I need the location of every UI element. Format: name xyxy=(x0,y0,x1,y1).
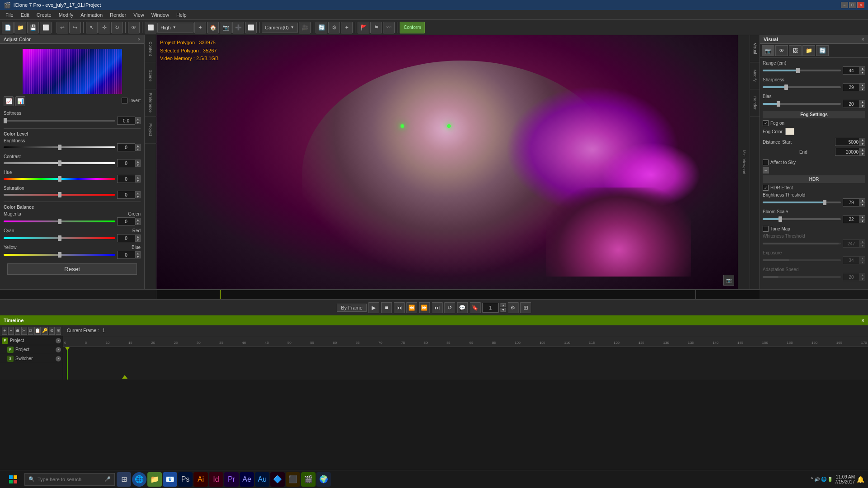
mini-viewport-btn[interactable]: Mini Viewport xyxy=(738,35,750,289)
softness-down[interactable]: ▼ xyxy=(135,121,141,124)
unknown1-icon[interactable]: ⬛ xyxy=(286,472,300,487)
sharpness-slider[interactable] xyxy=(763,86,841,88)
prev-key-button[interactable]: ⏮ xyxy=(394,302,405,313)
saturation-value[interactable]: 0 xyxy=(117,191,135,199)
menu-window[interactable]: Window xyxy=(148,11,173,19)
flag1[interactable]: 🚩 xyxy=(358,22,369,33)
tl-copy[interactable]: ⧉ xyxy=(28,327,33,335)
menu-edit[interactable]: Edit xyxy=(17,11,33,19)
cyan-up[interactable]: ▲ xyxy=(135,235,141,238)
viewport-btn[interactable]: ⬜ xyxy=(145,22,156,33)
move-button[interactable]: ✛ xyxy=(99,22,110,33)
browser-icon[interactable]: 🌍 xyxy=(316,472,331,487)
visual-tab-icon-eye[interactable]: 👁 xyxy=(775,45,788,56)
brightness-value[interactable]: 0 xyxy=(117,143,135,151)
sharpness-value[interactable]: 29 xyxy=(843,83,860,91)
brightness-threshold-slider[interactable] xyxy=(763,202,841,203)
tl-remove[interactable]: − xyxy=(8,327,14,335)
effect-btn[interactable]: ⚙ xyxy=(328,22,340,33)
next-frame-button[interactable]: ⏩ xyxy=(419,302,430,313)
reset-button[interactable]: Reset xyxy=(7,263,137,275)
project-nav[interactable]: Project xyxy=(145,117,156,144)
next-key-button[interactable]: ⏭ xyxy=(432,302,443,313)
tl-expand[interactable]: ⊞ xyxy=(56,327,61,335)
saturation-down[interactable]: ▼ xyxy=(135,195,141,198)
menu-help[interactable]: Help xyxy=(173,11,190,19)
bt-down[interactable]: ▼ xyxy=(860,202,865,206)
histogram-btn[interactable]: 📊 xyxy=(15,96,25,106)
tl-paste[interactable]: 📋 xyxy=(34,327,41,335)
bias-up[interactable]: ▲ xyxy=(860,100,865,104)
menu-animation[interactable]: Animation xyxy=(77,11,106,19)
open-button[interactable]: 📁 xyxy=(14,22,26,33)
minimize-button[interactable]: − xyxy=(841,2,848,8)
light-add[interactable]: ➕ xyxy=(232,22,244,33)
tl-cut[interactable]: ✂ xyxy=(21,327,27,335)
bookmark-button[interactable]: 🔖 xyxy=(470,302,481,313)
camera-add[interactable]: 📷 xyxy=(220,22,231,33)
magenta-up[interactable]: ▲ xyxy=(135,218,141,221)
hue-down[interactable]: ▼ xyxy=(135,179,141,183)
prev-frame-button[interactable]: ⏪ xyxy=(406,302,417,313)
render-preview[interactable]: 👁 xyxy=(128,22,140,33)
outlook-icon[interactable]: 📧 xyxy=(163,472,177,487)
end-up[interactable]: ▲ xyxy=(860,148,865,152)
content-nav[interactable]: Content xyxy=(145,35,156,62)
save-button[interactable]: 💾 xyxy=(27,22,39,33)
bloom-scale-value[interactable]: 22 xyxy=(843,215,860,223)
search-bar[interactable]: 🔍 Type here to search 🎤 xyxy=(24,473,115,486)
range-up[interactable]: ▲ xyxy=(860,66,865,70)
loop-button[interactable]: ↺ xyxy=(444,302,455,313)
ae-icon[interactable]: Ae xyxy=(240,472,254,487)
notification-icon[interactable]: 🔔 xyxy=(857,476,864,483)
light-btn[interactable]: ✦ xyxy=(194,22,206,33)
cyan-value[interactable]: 0 xyxy=(117,234,135,242)
spline[interactable]: 〰 xyxy=(383,22,395,33)
hdr-effect-checkbox[interactable] xyxy=(763,185,769,191)
character-btn[interactable]: 🏠 xyxy=(207,22,219,33)
softness-value[interactable]: 0.0 xyxy=(117,117,135,125)
flag2[interactable]: ⚑ xyxy=(370,22,382,33)
sharpness-up[interactable]: ▲ xyxy=(860,83,865,87)
tl-setting[interactable]: ⚙ xyxy=(49,327,54,335)
start-value[interactable]: 5000 xyxy=(835,138,860,146)
contrast-value[interactable]: 0 xyxy=(117,159,135,167)
close-button[interactable]: × xyxy=(857,2,864,8)
brightness-threshold-value[interactable]: 79 xyxy=(843,198,860,206)
bs-down[interactable]: ▼ xyxy=(860,219,865,223)
edge-icon[interactable]: 🌐 xyxy=(132,472,146,487)
viewport[interactable]: Project Polygon : 333975 Selected Polygo… xyxy=(156,35,738,289)
track-close-project2[interactable]: × xyxy=(56,347,61,352)
tl-add[interactable]: + xyxy=(2,327,7,335)
start-down[interactable]: ▼ xyxy=(860,142,865,146)
indesign-icon[interactable]: Id xyxy=(209,472,223,487)
stop-button[interactable]: ■ xyxy=(381,302,392,313)
quality-dropdown[interactable]: High ▼ xyxy=(157,23,193,33)
track-close-project[interactable]: × xyxy=(56,338,61,343)
adjust-color-close[interactable]: × xyxy=(138,37,141,42)
new-button[interactable]: 📄 xyxy=(2,22,14,33)
frame-down[interactable]: ▼ xyxy=(500,308,506,312)
preference-nav[interactable]: Preference xyxy=(145,89,156,117)
tl-key[interactable]: 🔑 xyxy=(42,327,48,335)
yellow-down[interactable]: ▼ xyxy=(135,255,141,258)
tone-map-checkbox[interactable] xyxy=(763,226,769,232)
visual-tab-icon-cycle[interactable]: 🔄 xyxy=(816,45,829,56)
illustrator-icon[interactable]: Ai xyxy=(193,472,208,487)
range-slider[interactable] xyxy=(763,70,841,71)
undo-button[interactable]: ↩ xyxy=(57,22,68,33)
frame-input[interactable]: 1 xyxy=(482,303,499,313)
camera-record[interactable]: 🎥 xyxy=(299,22,311,33)
particles[interactable]: ✦ xyxy=(341,22,353,33)
magenta-down[interactable]: ▼ xyxy=(135,221,141,225)
cyan-slider[interactable] xyxy=(4,237,115,239)
bs-up[interactable]: ▲ xyxy=(860,215,865,219)
end-value[interactable]: 20000 xyxy=(835,148,860,156)
saturation-up[interactable]: ▲ xyxy=(135,191,141,195)
scene-nav[interactable]: Scene xyxy=(145,62,156,89)
frame-up[interactable]: ▲ xyxy=(500,303,506,307)
redo-button[interactable]: ↪ xyxy=(69,22,81,33)
brightness-slider[interactable] xyxy=(4,146,115,148)
screenshot-button[interactable]: 📷 xyxy=(723,275,734,286)
taskview-button[interactable]: ⊞ xyxy=(117,472,131,487)
